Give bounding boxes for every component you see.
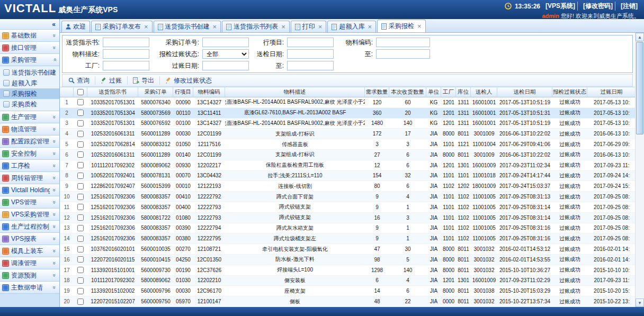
table-row[interactable]: 2012207201510220756000097500597012100147…: [60, 296, 635, 307]
select-all-checkbox[interactable]: [77, 89, 84, 95]
row-checkbox[interactable]: [77, 162, 84, 168]
sidebar-group[interactable]: Victall Holding »: [0, 184, 59, 196]
sidebar-group[interactable]: 采购管理 »: [0, 54, 59, 66]
sidebar-collapse-button[interactable]: «: [0, 19, 59, 30]
line-item-input[interactable]: [287, 38, 334, 47]
tab[interactable]: 欢迎: [61, 21, 90, 32]
table-row[interactable]: 1810111201709230258000890620103012202210…: [60, 276, 635, 286]
row-checkbox[interactable]: [77, 99, 84, 105]
posting-date-input[interactable]: [202, 61, 249, 70]
row-checkbox[interactable]: [77, 173, 84, 179]
tab-close-icon[interactable]: ×: [213, 24, 217, 30]
table-row[interactable]: 1711339201510100156000097300019012C37626…: [60, 265, 635, 276]
vertical-scrollbar[interactable]: ▲ ▼: [635, 33, 644, 307]
tab-close-icon[interactable]: ×: [144, 24, 148, 30]
sidebar-group[interactable]: 工序检 »: [0, 160, 59, 172]
sidebar-group[interactable]: 生产过程控制 »: [0, 221, 59, 233]
row-checkbox[interactable]: [77, 246, 84, 252]
row-checkbox[interactable]: [77, 141, 84, 148]
table-row[interactable]: 1012516201709230658000833570041012222792…: [60, 192, 635, 202]
table-row[interactable]: 1911339201510200256000097960003012C96170…: [60, 286, 635, 296]
table-row[interactable]: 410253201606131156000112890003012C01199支…: [60, 129, 635, 139]
sidebar-group[interactable]: 基础数据 »: [0, 30, 59, 42]
nav-link-vps[interactable]: [VPS系统]: [543, 2, 578, 11]
table-row[interactable]: 1412516201709230658000833570038012222795…: [60, 233, 635, 244]
tab[interactable]: 送货指示书创建 ×: [154, 21, 221, 32]
sidebar-group[interactable]: VPS采购管理 »: [0, 209, 59, 221]
column-header[interactable]: 过账日期: [587, 87, 635, 97]
table-row[interactable]: 1612207201602011556000104150425012C01350…: [60, 255, 635, 265]
tab[interactable]: 采购报检 ×: [377, 20, 426, 32]
row-checkbox[interactable]: [77, 194, 84, 200]
sidebar-item[interactable]: 送货指示书创建: [0, 67, 59, 78]
column-header[interactable]: 送货指示书: [87, 87, 138, 97]
row-checkbox[interactable]: [77, 183, 84, 189]
sidebar-item[interactable]: 采购报检: [0, 88, 59, 99]
tab[interactable]: 采购订单发布 ×: [91, 21, 153, 32]
sidebar-group[interactable]: 主数据申请 »: [0, 282, 59, 294]
material-code-input[interactable]: [376, 38, 430, 47]
sidebar-group[interactable]: 接口管理 »: [0, 42, 59, 54]
table-row[interactable]: 1112516201709230658000833570040012222793…: [60, 202, 635, 213]
sidebar-group[interactable]: 调漆管理 »: [0, 257, 59, 269]
table-row[interactable]: 510253201706281458000833120105012117516传…: [60, 139, 635, 150]
table-row[interactable]: 110335201705130158000763400009013C14327亚…: [60, 97, 635, 108]
row-checkbox[interactable]: [77, 267, 84, 273]
purchase-order-input[interactable]: [202, 38, 249, 47]
tab-close-icon[interactable]: ×: [417, 24, 422, 29]
table-row[interactable]: 810052201709240158000781310007013C04432拉…: [60, 171, 635, 182]
table-row[interactable]: 710111201709230258000890620093012202217保…: [60, 160, 635, 171]
sidebar-group[interactable]: VPS报表 »: [0, 233, 59, 245]
table-row[interactable]: 210335201705130458000735690011013C11411底…: [60, 108, 635, 119]
column-header[interactable]: 需求数量: [365, 87, 389, 97]
column-header[interactable]: 送检人: [471, 87, 497, 97]
row-checkbox[interactable]: [77, 277, 84, 284]
column-header[interactable]: 物料描述: [225, 87, 365, 97]
tab[interactable]: 送货指示书列表 ×: [222, 21, 290, 32]
row-checkbox[interactable]: [77, 204, 84, 210]
row-checkbox[interactable]: [77, 151, 84, 158]
tab[interactable]: 超额入库 ×: [327, 21, 376, 32]
column-header[interactable]: 库位: [456, 87, 471, 97]
table-row[interactable]: 610253201606131156000112890014012C01199支…: [60, 150, 635, 160]
row-checkbox[interactable]: [77, 256, 84, 263]
scrollbar-thumb[interactable]: [636, 42, 643, 134]
row-checkbox[interactable]: [77, 288, 84, 294]
sidebar-group[interactable]: 物流管理 »: [0, 123, 59, 136]
table-row[interactable]: 1510376201602010156000100350027012108721…: [60, 244, 635, 255]
column-header[interactable]: 物料编码: [193, 87, 225, 97]
inspection-date-to-input[interactable]: [376, 49, 430, 59]
sidebar-group[interactable]: 资源预测 »: [0, 269, 59, 282]
modify-posting-status-button[interactable]: 修改过账状态: [162, 75, 216, 87]
sidebar-group[interactable]: 模具上装车 »: [0, 245, 59, 257]
column-header[interactable]: 行项目: [173, 87, 193, 97]
scroll-up-icon[interactable]: ▲: [636, 33, 644, 41]
plant-input[interactable]: [103, 61, 149, 70]
tab-close-icon[interactable]: ×: [281, 24, 285, 30]
nav-link-change-password[interactable]: [修改密码]: [581, 2, 615, 11]
column-header[interactable]: 送检日期: [497, 87, 552, 97]
row-checkbox[interactable]: [77, 131, 84, 137]
sidebar-item[interactable]: 采购质检: [0, 99, 59, 110]
posting-status-select[interactable]: 全部: [202, 49, 249, 59]
sidebar-item[interactable]: 超额入库: [0, 78, 59, 88]
nav-link-logout[interactable]: [注销]: [619, 2, 640, 11]
row-checkbox[interactable]: [77, 120, 84, 127]
delivery-note-input[interactable]: [103, 38, 149, 47]
row-checkbox[interactable]: [77, 236, 84, 242]
row-checkbox[interactable]: [77, 110, 84, 116]
post-button[interactable]: 过账: [97, 75, 126, 87]
table-row[interactable]: 912286201709240756000153990001012122193连…: [60, 181, 635, 192]
row-checkbox[interactable]: [77, 225, 84, 231]
column-header[interactable]: 本次收货数量: [389, 87, 426, 97]
sidebar-group[interactable]: 周转箱管理 »: [0, 172, 59, 184]
row-checkbox[interactable]: [77, 214, 84, 221]
row-checkbox[interactable]: [77, 299, 84, 305]
tab-close-icon[interactable]: ×: [368, 24, 372, 30]
column-header[interactable]: 报检过账状态: [552, 87, 587, 97]
column-header[interactable]: 采购订单: [138, 87, 173, 97]
column-header[interactable]: 单位: [426, 87, 441, 97]
tab[interactable]: 打印 ×: [291, 21, 327, 32]
table-row[interactable]: 310335201705130158000765920010013C14327亚…: [60, 119, 635, 129]
export-button[interactable]: 导出: [129, 75, 158, 87]
